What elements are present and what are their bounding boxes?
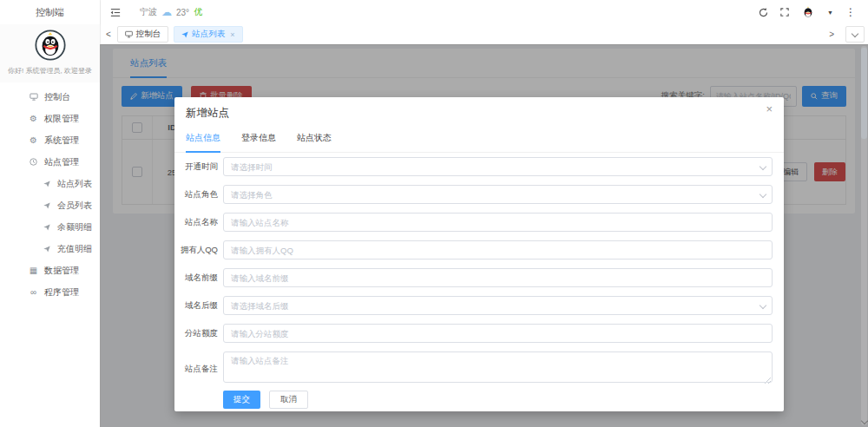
field-label-domain-prefix: 域名前缀	[174, 273, 218, 284]
field-control-branch-quota	[223, 324, 773, 343]
sidebar-item-site-list[interactable]: 站点列表	[0, 173, 100, 194]
field-label-branch-quota: 分站额度	[174, 328, 218, 339]
sidebar-item-label: 数据管理	[44, 265, 79, 277]
weather-widget: 宁波 ☁ 23° 优	[140, 6, 202, 18]
plane-icon	[41, 224, 52, 231]
tabs-scroll-left-icon[interactable]: <	[100, 30, 117, 39]
modal-close-icon[interactable]: ×	[766, 103, 773, 115]
plane-icon	[41, 181, 52, 187]
tabs-scroll-right-icon[interactable]: >	[823, 30, 840, 39]
field-input-site-role[interactable]	[223, 185, 773, 204]
temperature-label: 23°	[176, 8, 189, 17]
user-avatar[interactable]	[801, 5, 815, 19]
fullscreen-icon[interactable]	[780, 8, 789, 16]
sidebar-item-data-management[interactable]: ▦数据管理	[0, 259, 100, 281]
tab-site-list[interactable]: 站点列表 ×	[174, 26, 242, 43]
tab-console[interactable]: 控制台	[117, 26, 169, 43]
sidebar-menu: 控制台⚙权限管理⚙系统管理站点管理站点列表会员列表余额明细充值明细▦数据管理∞程…	[0, 82, 100, 303]
field-input-open-time[interactable]	[223, 157, 773, 176]
profile-block: 你好! 系统管理员, 欢迎登录	[0, 24, 100, 82]
field-label-site-role: 站点角色	[174, 189, 218, 200]
sidebar-item-label: 站点列表	[57, 178, 92, 190]
tab-label: 控制台	[136, 29, 161, 40]
field-row-site-role: 站点角色	[174, 185, 773, 204]
cloud-icon: ☁	[161, 7, 172, 17]
scroll-down-icon	[861, 417, 868, 424]
chevron-down-icon	[852, 30, 858, 36]
field-control-site-remark	[223, 351, 773, 386]
refresh-icon[interactable]	[759, 8, 768, 17]
tab-options-button[interactable]	[845, 26, 865, 43]
field-label-site-remark: 站点备注	[174, 364, 218, 375]
sidebar-item-balance-detail[interactable]: 余额明细	[0, 216, 100, 238]
grid-icon: ▦	[28, 266, 39, 275]
more-options-icon[interactable]: ⋮	[845, 6, 856, 18]
field-control-domain-suffix	[223, 296, 773, 315]
field-control-domain-prefix	[223, 268, 773, 287]
sidebar-item-recharge-detail[interactable]: 充值明细	[0, 238, 100, 259]
tab-close-icon[interactable]: ×	[230, 30, 234, 39]
chevron-down-icon[interactable]: ▼	[827, 10, 833, 16]
paper-plane-icon	[181, 31, 188, 38]
vertical-scrollbar[interactable]	[861, 46, 867, 425]
sidebar-item-permission-management[interactable]: ⚙权限管理	[0, 108, 100, 129]
monitor-icon	[28, 93, 39, 101]
modal-tab-2[interactable]: 站点状态	[297, 132, 332, 153]
infinity-icon: ∞	[28, 288, 39, 297]
field-input-owner-qq[interactable]	[223, 240, 773, 259]
modal-title: 新增站点	[186, 106, 229, 121]
air-quality-label: 优	[194, 6, 202, 18]
field-control-site-name	[223, 213, 773, 232]
app-title: 控制端	[0, 0, 100, 24]
qq-penguin-avatar	[35, 30, 66, 61]
tab-label: 站点列表	[192, 29, 225, 40]
topbar: 宁波 ☁ 23° 优	[100, 0, 868, 25]
scrollbar-thumb[interactable]	[861, 48, 867, 139]
plane-icon	[41, 202, 52, 209]
modal-form: 开通时间站点角色站点名称拥有人QQ域名前缀域名后缀分站额度站点备注	[174, 157, 773, 395]
topbar-actions: ▼ ⋮	[759, 5, 856, 19]
city-label: 宁波	[140, 6, 157, 18]
sidebar-item-label: 控制台	[44, 91, 70, 103]
sidebar-item-label: 权限管理	[44, 113, 79, 125]
field-row-site-name: 站点名称	[174, 213, 773, 232]
collapse-sidebar-icon[interactable]	[110, 8, 121, 17]
field-input-domain-prefix[interactable]	[223, 268, 773, 287]
sidebar-item-label: 站点管理	[44, 156, 79, 168]
sidebar: 控制端 你好! 系统管理员, 欢迎登录 控制台⚙权限管理⚙系统管理站点管理站点列…	[0, 0, 101, 427]
sidebar-item-program-management[interactable]: ∞程序管理	[0, 281, 100, 303]
sidebar-item-member-list[interactable]: 会员列表	[0, 194, 100, 216]
clock-icon	[28, 158, 39, 166]
monitor-icon	[125, 30, 133, 38]
gear-icon: ⚙	[28, 115, 39, 123]
sidebar-item-system-management[interactable]: ⚙系统管理	[0, 129, 100, 151]
sidebar-item-label: 程序管理	[44, 286, 79, 299]
add-site-modal: 新增站点 × 站点信息登录信息站点状态 开通时间站点角色站点名称拥有人QQ域名前…	[174, 97, 784, 411]
field-label-open-time: 开通时间	[174, 161, 218, 173]
field-row-site-remark: 站点备注	[174, 351, 773, 386]
cancel-button[interactable]: 取消	[269, 391, 308, 409]
field-input-site-name[interactable]	[223, 213, 773, 232]
field-input-site-remark[interactable]	[223, 351, 773, 383]
gear-icon: ⚙	[28, 136, 39, 145]
submit-button[interactable]: 提交	[223, 391, 260, 409]
sidebar-item-console[interactable]: 控制台	[0, 86, 100, 108]
modal-tab-0[interactable]: 站点信息	[186, 132, 220, 153]
field-row-owner-qq: 拥有人QQ	[174, 240, 773, 259]
field-row-open-time: 开通时间	[174, 157, 773, 176]
sidebar-item-label: 系统管理	[44, 135, 79, 147]
field-control-owner-qq	[223, 240, 773, 259]
modal-tab-1[interactable]: 登录信息	[241, 132, 276, 153]
app-window: 控制端 你好! 系统管理员, 欢迎登录 控制台⚙权限管理⚙系统管理站点管理站点列…	[0, 0, 868, 427]
field-input-domain-suffix[interactable]	[223, 296, 773, 315]
tabbar-right-controls: >	[823, 26, 865, 43]
sidebar-item-label: 余额明细	[57, 221, 92, 233]
sidebar-item-label: 充值明细	[57, 243, 92, 255]
field-control-open-time	[223, 157, 773, 176]
field-label-domain-suffix: 域名后缀	[174, 300, 218, 312]
modal-actions: 提交 取消	[223, 391, 308, 409]
sidebar-item-site-management[interactable]: 站点管理	[0, 151, 100, 173]
field-label-owner-qq: 拥有人QQ	[174, 245, 218, 256]
field-input-branch-quota[interactable]	[223, 324, 773, 343]
field-row-domain-prefix: 域名前缀	[174, 268, 773, 287]
